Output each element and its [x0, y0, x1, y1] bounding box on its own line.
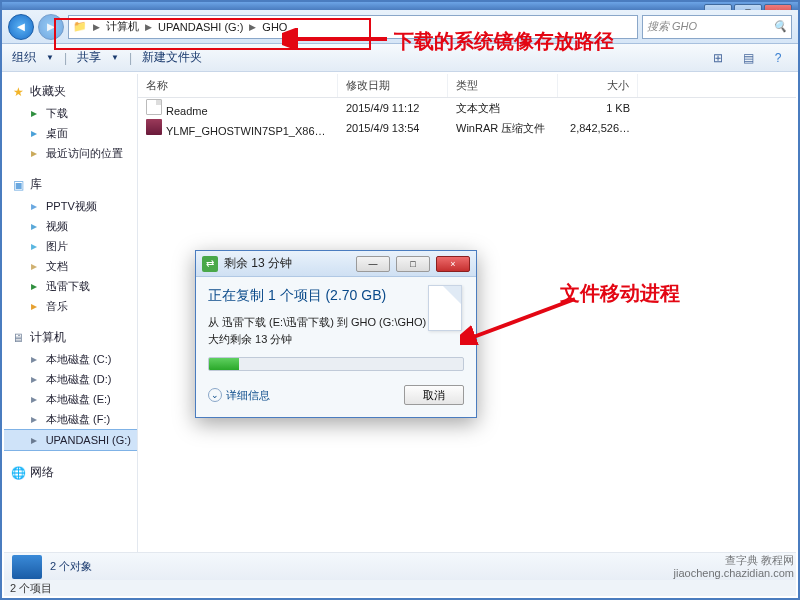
sidebar-item[interactable]: ▸下载 — [4, 103, 137, 123]
preview-pane-icon[interactable]: ▤ — [738, 48, 758, 68]
folder-large-icon — [12, 555, 42, 579]
toolbar-share[interactable]: 共享 — [77, 49, 101, 66]
favorites-icon: ★ — [10, 84, 26, 100]
drive-icon: ▸ — [26, 125, 42, 141]
progress-bar — [208, 357, 464, 371]
explorer-toolbar: 组织▼ | 共享▼ | 新建文件夹 ⊞ ▤ ? — [2, 44, 798, 72]
dialog-more-info[interactable]: ⌄详细信息 — [208, 388, 270, 403]
file-row[interactable]: YLMF_GHOSTWIN7SP1_X86_YN20142015/4/9 13:… — [138, 118, 796, 138]
sidebar-item[interactable]: ▸图片 — [4, 236, 137, 256]
search-input[interactable]: 搜索 GHO 🔍 — [642, 15, 792, 39]
sidebar-group-libraries[interactable]: 库 — [30, 176, 42, 193]
watermark: 查字典 教程网 jiaocheng.chazidian.com — [674, 554, 794, 580]
sidebar-item[interactable]: ▸PPTV视频 — [4, 196, 137, 216]
sidebar-item-label: 最近访问的位置 — [46, 146, 123, 161]
drive-icon: ▸ — [26, 238, 42, 254]
sidebar-item[interactable]: ▸本地磁盘 (D:) — [4, 369, 137, 389]
copy-progress-dialog: ⇄ 剩余 13 分钟 — □ × 正在复制 1 个项目 (2.70 GB) 从 … — [195, 250, 477, 418]
sidebar-group-favorites[interactable]: 收藏夹 — [30, 83, 66, 100]
sidebar-item-label: 视频 — [46, 219, 68, 234]
drive-icon: ▸ — [26, 105, 42, 121]
column-header-type[interactable]: 类型 — [448, 74, 558, 97]
column-header-size[interactable]: 大小 — [558, 74, 638, 97]
drive-icon: ▸ — [26, 218, 42, 234]
file-icon — [146, 99, 162, 115]
dialog-title: 剩余 13 分钟 — [224, 255, 350, 272]
drive-icon: ▸ — [26, 298, 42, 314]
file-type: WinRAR 压缩文件 — [448, 119, 558, 138]
dialog-minimize-btn[interactable]: — — [356, 256, 390, 272]
chevron-right-icon: ▶ — [91, 22, 102, 32]
sidebar-item-label: UPANDASHI (G:) — [46, 434, 131, 446]
drive-icon: ▸ — [26, 411, 42, 427]
sidebar-item-label: 桌面 — [46, 126, 68, 141]
watermark-line: 查字典 教程网 — [674, 554, 794, 567]
sidebar-item-label: 图片 — [46, 239, 68, 254]
nav-back-button[interactable]: ◄ — [8, 14, 34, 40]
sidebar-item-label: 本地磁盘 (F:) — [46, 412, 110, 427]
drive-icon: ▸ — [26, 258, 42, 274]
sidebar-item-label: 文档 — [46, 259, 68, 274]
network-icon: 🌐 — [10, 465, 26, 481]
cancel-button[interactable]: 取消 — [404, 385, 464, 405]
file-name: YLMF_GHOSTWIN7SP1_X86_YN2014 — [166, 125, 338, 137]
column-header-name[interactable]: 名称 — [138, 74, 338, 97]
nav-forward-button[interactable]: ► — [38, 14, 64, 40]
navigation-sidebar: ★收藏夹 ▸下载▸桌面▸最近访问的位置 ▣库 ▸PPTV视频▸视频▸图片▸文档▸… — [4, 74, 138, 554]
file-row[interactable]: Readme2015/4/9 11:12文本文档1 KB — [138, 98, 796, 118]
sidebar-group-computer[interactable]: 计算机 — [30, 329, 66, 346]
column-header-date[interactable]: 修改日期 — [338, 74, 448, 97]
sidebar-item-label: 下载 — [46, 106, 68, 121]
sidebar-item[interactable]: ▸UPANDASHI (G:) — [4, 429, 137, 451]
sidebar-item-label: PPTV视频 — [46, 199, 97, 214]
sidebar-item[interactable]: ▸桌面 — [4, 123, 137, 143]
breadcrumb-item[interactable]: GHO — [258, 16, 291, 38]
computer-icon: 🖥 — [10, 330, 26, 346]
drive-icon: ▸ — [26, 432, 42, 448]
status-bar: 2 个项目 — [4, 580, 796, 596]
address-bar[interactable]: 📁 ▶ 计算机 ▶ UPANDASHI (G:) ▶ GHO — [68, 15, 638, 39]
file-name: Readme — [166, 105, 208, 117]
sidebar-item-label: 本地磁盘 (D:) — [46, 372, 111, 387]
libraries-icon: ▣ — [10, 177, 26, 193]
sidebar-item-label: 本地磁盘 (C:) — [46, 352, 111, 367]
file-icon — [146, 119, 162, 135]
breadcrumb-item[interactable]: 计算机 — [102, 16, 143, 38]
view-mode-icon[interactable]: ⊞ — [708, 48, 728, 68]
toolbar-new-folder[interactable]: 新建文件夹 — [142, 49, 202, 66]
dialog-maximize-btn[interactable]: □ — [396, 256, 430, 272]
chevron-right-icon: ▶ — [143, 22, 154, 32]
copy-icon: ⇄ — [202, 256, 218, 272]
sidebar-item[interactable]: ▸视频 — [4, 216, 137, 236]
sidebar-item[interactable]: ▸最近访问的位置 — [4, 143, 137, 163]
file-size: 2,842,526… — [558, 120, 638, 136]
details-count: 2 个对象 — [50, 559, 92, 574]
drive-icon: ▸ — [26, 198, 42, 214]
help-icon[interactable]: ? — [768, 48, 788, 68]
dialog-close-btn[interactable]: × — [436, 256, 470, 272]
search-icon: 🔍 — [773, 20, 787, 33]
file-date: 2015/4/9 13:54 — [338, 120, 448, 136]
watermark-line: jiaocheng.chazidian.com — [674, 567, 794, 580]
sidebar-item[interactable]: ▸迅雷下载 — [4, 276, 137, 296]
sidebar-item[interactable]: ▸本地磁盘 (F:) — [4, 409, 137, 429]
sidebar-item[interactable]: ▸本地磁盘 (E:) — [4, 389, 137, 409]
drive-icon: ▸ — [26, 351, 42, 367]
drive-icon: ▸ — [26, 278, 42, 294]
sidebar-group-network[interactable]: 网络 — [30, 464, 54, 481]
file-type: 文本文档 — [448, 99, 558, 118]
sidebar-item[interactable]: ▸文档 — [4, 256, 137, 276]
breadcrumb-item[interactable]: UPANDASHI (G:) — [154, 16, 247, 38]
sidebar-item-label: 本地磁盘 (E:) — [46, 392, 111, 407]
chevron-down-icon: ⌄ — [208, 388, 222, 402]
search-placeholder: 搜索 GHO — [647, 19, 697, 34]
document-icon — [428, 285, 462, 331]
sidebar-item-label: 音乐 — [46, 299, 68, 314]
dialog-from-to: 从 迅雷下载 (E:\迅雷下载) 到 GHO (G:\GHO) — [208, 315, 464, 330]
file-size: 1 KB — [558, 100, 638, 116]
folder-icon: 📁 — [69, 16, 91, 38]
dialog-time-remaining: 大约剩余 13 分钟 — [208, 332, 464, 347]
toolbar-organize[interactable]: 组织 — [12, 49, 36, 66]
sidebar-item[interactable]: ▸音乐 — [4, 296, 137, 316]
sidebar-item[interactable]: ▸本地磁盘 (C:) — [4, 349, 137, 369]
